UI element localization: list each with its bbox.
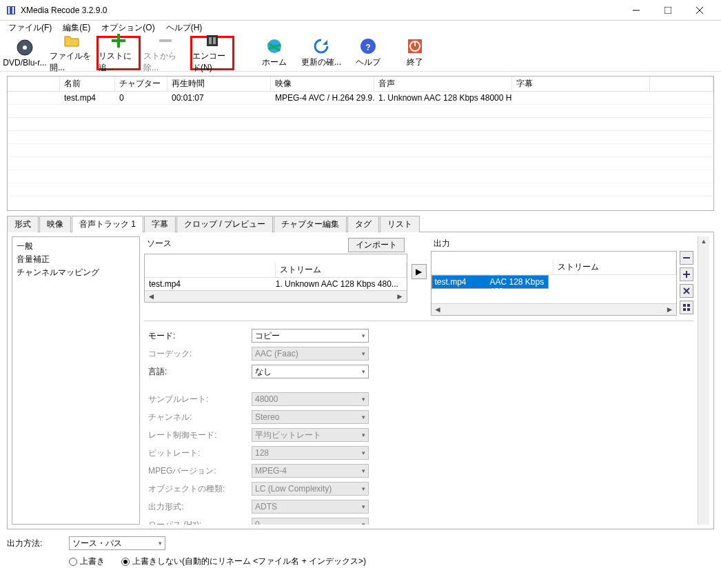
output-method-select[interactable]: ソース・パス▾ xyxy=(69,536,165,550)
home-label: ホーム xyxy=(262,57,287,68)
svg-rect-10 xyxy=(112,39,125,42)
samplerate-label: サンプルレート: xyxy=(148,394,252,405)
toolbar: DVD/Blu-r... ファイルを開... リストに追... ストから除...… xyxy=(0,34,721,72)
delete-output-button[interactable] xyxy=(680,284,693,298)
svg-rect-29 xyxy=(687,308,690,311)
cell-audio: 1. Unknown AAC 128 Kbps 48000 H... xyxy=(374,92,512,104)
file-list[interactable]: test.mp4 0 00:01:07 MPEG-4 AVC / H.264 2… xyxy=(8,92,713,196)
svg-point-8 xyxy=(23,45,27,50)
dvd-button[interactable]: DVD/Blu-r... xyxy=(3,36,47,70)
file-grid: 名前 チャプター 再生時間 映像 音声 字幕 test.mp4 0 00:01:… xyxy=(7,76,714,211)
source-row[interactable]: test.mp4 1. Unknown AAC 128 Kbps 480... xyxy=(145,278,407,290)
source-list[interactable]: ストリーム test.mp4 1. Unknown AAC 128 Kbps 4… xyxy=(144,254,407,303)
add-to-list-button[interactable]: リストに追... xyxy=(97,36,141,70)
menu-options[interactable]: オプション(O) xyxy=(96,21,160,35)
tab-audio[interactable]: 音声トラック 1 xyxy=(72,216,143,232)
remove-label: ストから除... xyxy=(143,50,187,74)
close-button[interactable] xyxy=(684,0,715,21)
col-duration[interactable]: 再生時間 xyxy=(167,77,271,91)
svg-rect-23 xyxy=(683,274,690,275)
help-label: ヘルプ xyxy=(356,57,380,68)
settings-sidebar: 一般 音量補正 チャンネルマッピング xyxy=(12,236,140,525)
ratemode-select: 平均ビットレート▾ xyxy=(252,428,369,442)
remove-output-button[interactable] xyxy=(680,251,693,265)
minus-icon xyxy=(156,32,174,49)
cell-chapter: 0 xyxy=(115,92,167,104)
update-button[interactable]: 更新の確... xyxy=(299,36,343,70)
svg-rect-4 xyxy=(664,7,671,14)
sidebar-item-general[interactable]: 一般 xyxy=(17,240,135,253)
table-row[interactable]: test.mp4 0 00:01:07 MPEG-4 AVC / H.264 2… xyxy=(8,92,713,105)
sidebar-item-channel[interactable]: チャンネルマッピング xyxy=(17,266,135,279)
svg-rect-0 xyxy=(7,6,15,14)
output-filename: test.mp4 xyxy=(435,277,490,287)
col-video[interactable]: 映像 xyxy=(271,77,374,91)
panel-vscroll[interactable]: ▲ xyxy=(698,236,709,525)
mpegver-select: MPEG-4▾ xyxy=(252,464,369,478)
app-icon xyxy=(6,5,17,16)
add-label: リストに追... xyxy=(99,50,139,74)
col-audio[interactable]: 音声 xyxy=(374,77,512,91)
sidebar-item-volume[interactable]: 音量補正 xyxy=(17,253,135,266)
tab-tag[interactable]: タグ xyxy=(347,216,379,232)
svg-rect-28 xyxy=(683,308,686,311)
tab-list[interactable]: リスト xyxy=(380,216,420,232)
lang-select[interactable]: なし▾ xyxy=(252,365,369,378)
output-row[interactable]: test.mp4 1. Unknown AAC 128 Kbps 480 xyxy=(431,275,549,289)
tab-crop[interactable]: クロップ / プレビュー xyxy=(176,216,273,232)
tab-video[interactable]: 映像 xyxy=(39,216,71,232)
tab-chapter[interactable]: チャプター編集 xyxy=(274,216,347,232)
svg-rect-12 xyxy=(207,35,218,46)
menu-file[interactable]: ファイル(F) xyxy=(3,21,57,35)
source-filename: test.mp4 xyxy=(149,279,276,289)
plus-icon xyxy=(110,32,128,49)
source-streamval: 1. Unknown AAC 128 Kbps 480... xyxy=(276,279,403,289)
codec-label: コーデック: xyxy=(148,348,252,360)
minimize-button[interactable] xyxy=(620,0,652,21)
mode-select[interactable]: コピー▾ xyxy=(252,329,369,343)
open-file-button[interactable]: ファイルを開... xyxy=(50,36,94,70)
bitrate-select: 128▾ xyxy=(252,446,369,460)
outfmt-label: 出力形式: xyxy=(148,501,252,513)
outfmt-select: ADTS▾ xyxy=(252,500,369,514)
output-stream-header: ストリーム xyxy=(554,260,676,274)
overwrite-radio[interactable]: 上書き xyxy=(69,556,105,567)
settings-output-button[interactable] xyxy=(680,301,693,314)
import-button[interactable]: インポート xyxy=(348,238,405,252)
output-label: 出力 xyxy=(434,238,450,250)
no-overwrite-radio[interactable]: 上書きしない(自動的にリネーム <ファイル名 + インデックス>) xyxy=(121,556,366,567)
lang-label: 言語: xyxy=(148,366,252,378)
maximize-button[interactable] xyxy=(652,0,684,21)
tab-format[interactable]: 形式 xyxy=(7,216,39,232)
svg-rect-26 xyxy=(683,304,686,307)
encode-button[interactable]: エンコード(N) xyxy=(190,36,234,70)
open-label: ファイルを開... xyxy=(50,50,94,74)
ratemode-label: レート制御モード: xyxy=(148,429,252,441)
add-output-button[interactable] xyxy=(680,267,693,281)
encode-label: エンコード(N) xyxy=(192,50,232,74)
refresh-icon xyxy=(312,37,330,55)
tab-bar: 形式 映像 音声トラック 1 字幕 クロップ / プレビュー チャプター編集 タ… xyxy=(7,215,714,232)
quit-button[interactable]: 終了 xyxy=(393,36,437,70)
output-method-label: 出力方法: xyxy=(7,538,62,549)
svg-rect-1 xyxy=(8,7,10,14)
objtype-label: オブジェクトの種類: xyxy=(148,483,252,495)
home-button[interactable]: ホーム xyxy=(252,36,296,70)
help-button[interactable]: ? ヘルプ xyxy=(346,36,390,70)
col-name[interactable]: 名前 xyxy=(60,77,115,91)
source-hscroll[interactable]: ◄► xyxy=(145,290,407,302)
svg-rect-14 xyxy=(213,37,216,44)
lowpass-select: 0▾ xyxy=(252,518,369,525)
quit-label: 終了 xyxy=(407,57,423,68)
output-hscroll[interactable]: ◄► xyxy=(431,303,677,315)
transfer-right-button[interactable]: ▶ xyxy=(412,264,427,279)
cell-name: test.mp4 xyxy=(60,92,115,104)
folder-open-icon xyxy=(63,32,81,49)
window-title: XMedia Recode 3.2.9.0 xyxy=(21,6,620,15)
tab-subtitle[interactable]: 字幕 xyxy=(144,216,176,232)
output-list[interactable]: ストリーム test.mp4 1. Unknown AAC 128 Kbps 4… xyxy=(431,251,678,316)
svg-rect-13 xyxy=(209,37,212,44)
col-subtitle[interactable]: 字幕 xyxy=(512,77,650,91)
col-chapter[interactable]: チャプター xyxy=(115,77,167,91)
remove-from-list-button[interactable]: ストから除... xyxy=(143,36,187,70)
